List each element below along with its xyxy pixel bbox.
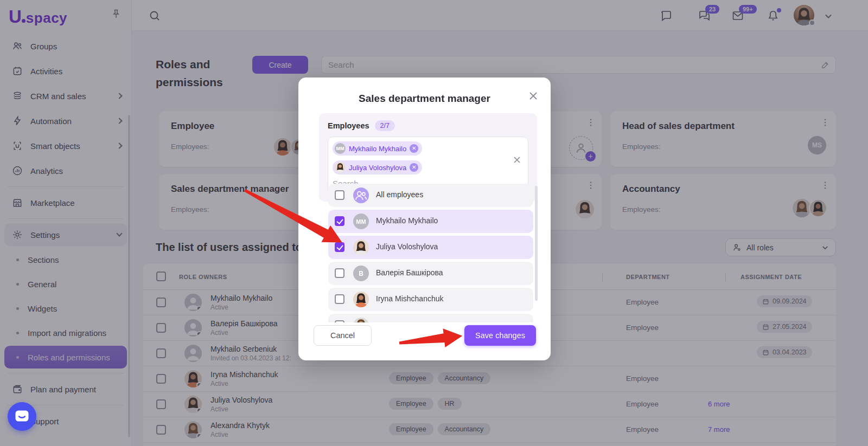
option-checkbox[interactable] bbox=[335, 190, 344, 200]
option-checkbox-checked[interactable] bbox=[335, 216, 344, 226]
option-avatar bbox=[353, 292, 369, 307]
chip-avatar-initials: MM bbox=[335, 143, 346, 154]
employee-chip[interactable]: MM Mykhailo Mykhailo ✕ bbox=[333, 141, 422, 156]
option-avatar-initials: MM bbox=[353, 214, 369, 229]
option-name: Iryna Mishchanchuk bbox=[376, 294, 444, 303]
option-checkbox[interactable] bbox=[335, 320, 344, 322]
all-employees-icon bbox=[353, 188, 369, 203]
selected-chips: MM Mykhailo Mykhailo ✕ Juliya Voloshylov… bbox=[333, 141, 508, 174]
employee-options-list: All employees MM Mykhailo Mykhailo Juliy… bbox=[328, 184, 533, 322]
save-changes-button[interactable]: Save changes bbox=[464, 325, 536, 346]
chip-avatar bbox=[335, 162, 346, 173]
employee-option[interactable]: B Валерія Башкірова bbox=[328, 262, 533, 285]
support-chat-button[interactable] bbox=[8, 402, 36, 431]
option-name: Mykhailo Mykhailo bbox=[376, 216, 438, 225]
option-checkbox[interactable] bbox=[335, 294, 344, 304]
modal-title: Sales department manager bbox=[298, 93, 551, 105]
chat-bubble-icon bbox=[15, 410, 29, 423]
edit-role-modal: Sales department manager Employees 2/7 M… bbox=[298, 77, 551, 360]
option-name: All employees bbox=[376, 190, 423, 199]
option-checkbox-checked[interactable] bbox=[335, 242, 344, 252]
option-name: Juliya Voloshylova bbox=[376, 242, 438, 251]
employees-label: Employees bbox=[328, 121, 369, 130]
option-avatar bbox=[353, 318, 369, 322]
close-icon[interactable] bbox=[528, 91, 539, 101]
employee-option[interactable] bbox=[328, 314, 533, 322]
remove-chip-icon[interactable]: ✕ bbox=[410, 144, 418, 153]
employee-chip[interactable]: Juliya Voloshylova ✕ bbox=[333, 160, 422, 174]
chip-name: Mykhailo Mykhailo bbox=[349, 145, 406, 153]
option-avatar bbox=[353, 240, 369, 255]
chip-name: Juliya Voloshylova bbox=[349, 164, 406, 172]
employee-option[interactable]: Juliya Voloshylova bbox=[328, 236, 533, 259]
modal-list-scrollbar[interactable] bbox=[535, 186, 538, 301]
employee-option[interactable]: MM Mykhailo Mykhailo bbox=[328, 210, 533, 233]
employee-option-all[interactable]: All employees bbox=[328, 184, 533, 207]
option-avatar-initials: B bbox=[353, 266, 369, 281]
cancel-button[interactable]: Cancel bbox=[314, 325, 372, 346]
clear-selection-icon[interactable] bbox=[513, 156, 521, 164]
selected-counter-badge: 2/7 bbox=[375, 120, 395, 131]
employee-option[interactable]: Iryna Mishchanchuk bbox=[328, 288, 533, 311]
remove-chip-icon[interactable]: ✕ bbox=[410, 163, 418, 172]
option-name: Валерія Башкірова bbox=[376, 268, 443, 277]
option-checkbox[interactable] bbox=[335, 268, 344, 278]
